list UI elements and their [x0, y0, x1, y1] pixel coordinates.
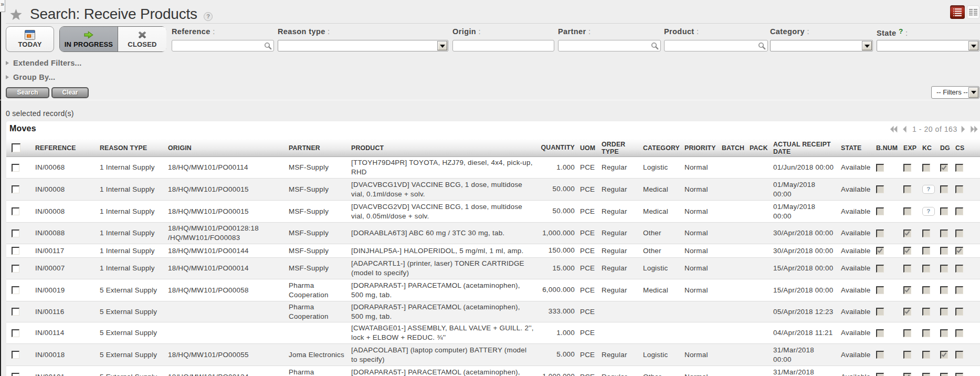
svg-text:1 - 20 of 163: 1 - 20 of 163	[912, 126, 957, 133]
